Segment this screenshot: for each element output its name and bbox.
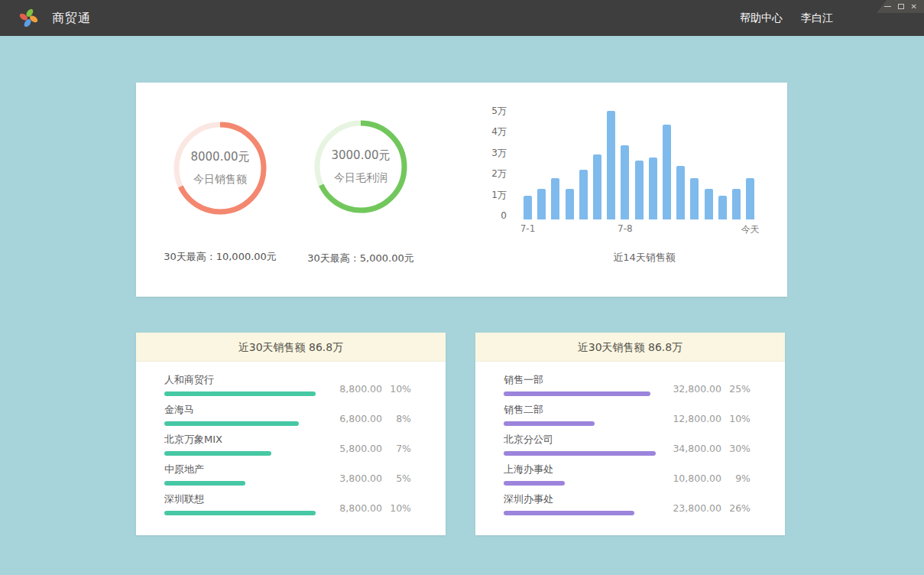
- x-tick-label: 今天: [741, 223, 760, 236]
- window-controls: ✕: [877, 0, 924, 13]
- ranking-values: 8,800.0010%: [332, 502, 411, 514]
- user-menu[interactable]: 李白江: [801, 11, 833, 25]
- ranking-values: 12,800.0010%: [671, 413, 751, 424]
- customer-ranking-list: 人和商贸行8,800.0010%金海马6,800.008%北京万象MIX5,80…: [136, 362, 446, 522]
- ranking-percent: 10%: [721, 413, 751, 424]
- ranking-row: 上海办事处10,800.009%: [504, 463, 751, 492]
- ranking-row: 北京分公司34,800.0030%: [504, 433, 751, 463]
- y-tick-label: 0: [501, 210, 507, 222]
- ranking-row: 销售一部32,800.0025%: [504, 373, 751, 403]
- sales-14d-chart: 5万4万3万2万1万0 7-17-8今天: [136, 83, 787, 297]
- ranking-values: 3,800.005%: [332, 473, 411, 484]
- department-ranking-title: 近30天销售额 86.8万: [475, 333, 785, 362]
- ranking-percent: 7%: [382, 443, 411, 454]
- minimize-icon[interactable]: [884, 6, 891, 7]
- ranking-amount: 12,800.00: [671, 413, 721, 424]
- sales-bar: [746, 178, 754, 219]
- help-center-link[interactable]: 帮助中心: [740, 11, 783, 25]
- overview-card: 8000.00元 今日销售额 30天最高：10,000.00元 3000.00元…: [136, 83, 787, 297]
- ranking-values: 8,800.0010%: [332, 383, 411, 395]
- ranking-amount: 32,800.00: [671, 383, 721, 395]
- ranking-row: 金海马6,800.008%: [164, 403, 411, 433]
- titlebar: 商贸通 帮助中心 李白江 ✕: [0, 0, 924, 36]
- ranking-amount: 5,800.00: [332, 443, 382, 454]
- ranking-percent: 8%: [382, 413, 411, 424]
- ranking-row: 销售二部12,800.0010%: [504, 403, 751, 433]
- ranking-values: 10,800.009%: [671, 473, 751, 484]
- ranking-row: 北京万象MIX5,800.007%: [164, 433, 411, 463]
- app-logo-icon: [18, 8, 39, 28]
- sales-bar: [537, 189, 546, 219]
- sales-bar: [566, 189, 574, 219]
- ranking-row: 中原地产3,800.005%: [164, 463, 411, 492]
- ranking-amount: 6,800.00: [332, 413, 382, 424]
- app-title: 商贸通: [52, 0, 91, 36]
- sales-bar: [718, 196, 727, 219]
- ranking-values: 34,800.0030%: [671, 443, 751, 454]
- ranking-row: 深圳联想8,800.0010%: [164, 492, 411, 522]
- ranking-bar: [164, 451, 271, 456]
- ranking-row: 人和商贸行8,800.0010%: [164, 373, 411, 403]
- y-tick-label: 4万: [491, 125, 507, 138]
- ranking-values: 23,800.0026%: [671, 502, 751, 514]
- ranking-bar: [504, 451, 656, 456]
- ranking-percent: 26%: [721, 502, 751, 514]
- ranking-percent: 5%: [382, 473, 411, 484]
- y-tick-label: 1万: [491, 189, 507, 201]
- sales-bar: [524, 196, 532, 219]
- ranking-values: 32,800.0025%: [671, 383, 751, 395]
- y-tick-label: 3万: [491, 147, 507, 159]
- ranking-percent: 25%: [721, 383, 751, 395]
- sales-bar: [705, 189, 713, 219]
- ranking-values: 5,800.007%: [332, 443, 411, 454]
- sales-bar: [579, 170, 588, 219]
- sales-bar: [635, 161, 644, 219]
- customer-ranking-title: 近30天销售额 86.8万: [136, 333, 446, 362]
- x-tick-label: 7-8: [618, 223, 633, 234]
- ranking-values: 6,800.008%: [332, 413, 411, 424]
- ranking-amount: 8,800.00: [332, 502, 382, 514]
- department-ranking-card: 近30天销售额 86.8万 销售一部32,800.0025%销售二部12,800…: [475, 333, 785, 535]
- sales-bar: [607, 111, 615, 219]
- ranking-percent: 10%: [382, 502, 411, 514]
- ranking-bar: [164, 511, 316, 515]
- y-tick-label: 5万: [491, 105, 507, 117]
- x-tick-label: 7-1: [520, 223, 536, 234]
- sales-bar: [621, 145, 629, 219]
- sales-bar: [649, 158, 657, 219]
- ranking-amount: 34,800.00: [671, 443, 721, 454]
- department-ranking-list: 销售一部32,800.0025%销售二部12,800.0010%北京分公司34,…: [475, 362, 785, 522]
- ranking-bar: [164, 481, 245, 486]
- close-icon[interactable]: ✕: [911, 3, 917, 11]
- ranking-row: 深圳办事处23,800.0026%: [504, 492, 751, 522]
- ranking-amount: 10,800.00: [671, 473, 721, 484]
- sales-bar: [593, 154, 601, 219]
- ranking-percent: 9%: [721, 473, 751, 484]
- ranking-bar: [164, 391, 316, 396]
- ranking-percent: 10%: [382, 383, 411, 395]
- ranking-bar: [504, 391, 650, 396]
- customer-ranking-card: 近30天销售额 86.8万 人和商贸行8,800.0010%金海马6,800.0…: [136, 333, 446, 535]
- chart-title: 近14天销售额: [613, 251, 676, 265]
- ranking-bar: [504, 421, 595, 426]
- ranking-bar: [504, 481, 565, 486]
- ranking-amount: 8,800.00: [332, 383, 382, 395]
- ranking-amount: 23,800.00: [671, 502, 721, 514]
- maximize-icon[interactable]: [898, 4, 904, 9]
- sales-bar: [676, 166, 685, 219]
- sales-bar: [551, 178, 559, 219]
- sales-bar: [732, 189, 741, 219]
- sales-bar: [663, 125, 671, 219]
- ranking-percent: 30%: [721, 443, 751, 454]
- topbar-menu: 帮助中心 李白江: [740, 0, 833, 36]
- sales-bar: [690, 178, 699, 219]
- ranking-bar: [504, 511, 634, 515]
- ranking-bar: [164, 421, 299, 426]
- y-tick-label: 2万: [491, 167, 507, 180]
- ranking-amount: 3,800.00: [332, 473, 382, 484]
